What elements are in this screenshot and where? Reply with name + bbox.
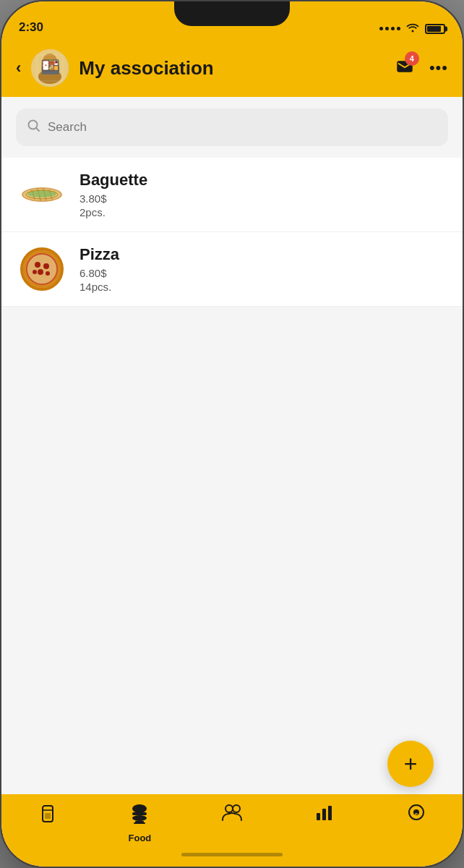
notification-badge: 4: [405, 51, 419, 66]
food-info-pizza: Pizza 6.80$ 14pcs.: [80, 245, 445, 293]
svg-point-19: [38, 269, 43, 275]
nav-label-food: Food: [129, 833, 152, 843]
food-name-pizza: Pizza: [80, 245, 445, 264]
add-button[interactable]: +: [387, 741, 434, 787]
nav-item-stats[interactable]: [278, 803, 371, 830]
notch: [174, 1, 290, 26]
food-price-baguette: 3.80$: [80, 192, 445, 205]
signal-dots: [379, 27, 400, 30]
svg-text:e: e: [415, 811, 418, 817]
back-button[interactable]: ‹: [16, 59, 21, 77]
svg-rect-24: [45, 813, 51, 819]
food-name-baguette: Baguette: [80, 171, 445, 190]
svg-point-17: [35, 262, 40, 268]
avatar: 🍱: [31, 49, 69, 87]
nav-item-settings[interactable]: e: [370, 803, 463, 830]
content-area: Baguette 3.80$ 2pcs.: [1, 158, 463, 794]
nav-item-food[interactable]: Food: [94, 803, 186, 843]
food-image-baguette: [19, 171, 65, 218]
svg-point-20: [46, 271, 50, 276]
status-time: 2:30: [19, 20, 43, 35]
home-indicator: [181, 853, 283, 856]
drinks-icon: [38, 803, 57, 831]
svg-text:🍱: 🍱: [40, 57, 61, 77]
food-icon: [129, 803, 150, 830]
people-icon: [221, 803, 243, 827]
svg-rect-32: [317, 813, 320, 820]
stats-icon: [315, 803, 334, 827]
nav-item-drinks[interactable]: [1, 803, 94, 834]
signal-dot-3: [391, 27, 395, 30]
notifications-button[interactable]: 4: [395, 56, 415, 81]
svg-point-31: [233, 805, 240, 812]
food-qty-pizza: 14pcs.: [80, 281, 445, 293]
svg-point-27: [132, 815, 147, 821]
status-icons: [379, 22, 445, 35]
svg-rect-33: [322, 809, 326, 820]
more-button[interactable]: •••: [429, 59, 448, 77]
search-icon: [27, 119, 40, 136]
food-info-baguette: Baguette 3.80$ 2pcs.: [80, 171, 445, 218]
food-image-pizza: [19, 246, 65, 292]
food-list: Baguette 3.80$ 2pcs.: [1, 158, 463, 307]
svg-rect-26: [132, 812, 147, 815]
header: ‹ 🍱 My association: [1, 39, 463, 97]
wifi-icon: [406, 22, 419, 35]
fab-container: +: [387, 741, 434, 787]
food-qty-baguette: 2pcs.: [80, 206, 445, 218]
battery-fill: [427, 26, 441, 32]
phone-frame: 2:30: [0, 0, 464, 868]
nav-item-people[interactable]: [186, 803, 278, 830]
svg-point-18: [43, 263, 49, 269]
signal-dot-4: [397, 27, 400, 30]
list-item[interactable]: Baguette 3.80$ 2pcs.: [1, 158, 463, 232]
search-input[interactable]: [48, 120, 437, 135]
svg-point-25: [132, 804, 147, 813]
battery-icon: [425, 24, 445, 34]
phone-inner: 2:30: [1, 1, 463, 867]
svg-point-21: [33, 270, 37, 274]
header-actions: 4 •••: [395, 56, 448, 81]
signal-dot-2: [385, 27, 389, 30]
search-bar: [16, 109, 448, 146]
food-price-pizza: 6.80$: [80, 267, 445, 279]
header-title: My association: [79, 57, 395, 80]
svg-point-30: [225, 805, 233, 812]
list-item[interactable]: Pizza 6.80$ 14pcs.: [1, 232, 463, 307]
signal-dot-1: [379, 27, 383, 30]
search-container: [1, 97, 463, 158]
svg-rect-29: [134, 822, 145, 824]
settings-icon: e: [407, 803, 426, 827]
svg-rect-34: [328, 806, 332, 820]
